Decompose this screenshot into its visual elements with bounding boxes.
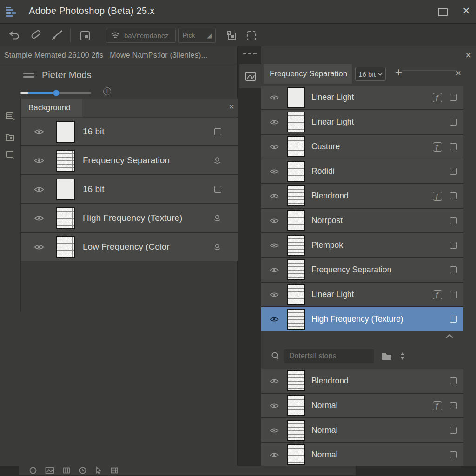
maximize-icon[interactable]: [438, 8, 448, 16]
layer-name[interactable]: High Frequency (Texture): [83, 213, 204, 223]
layer-thumbnail[interactable]: [287, 420, 305, 441]
layer-name[interactable]: High Frequency (Texture): [311, 314, 433, 324]
layer-row[interactable]: 16 bit ƒ: [21, 175, 238, 203]
link-checkbox[interactable]: [450, 427, 457, 434]
empty-square-icon[interactable]: [5, 150, 16, 160]
link-checkbox[interactable]: [450, 192, 457, 199]
layer-name[interactable]: 16 bit: [83, 184, 205, 194]
layer-thumbnail[interactable]: [56, 236, 75, 258]
add-icon[interactable]: +: [395, 65, 402, 79]
close-icon[interactable]: ×: [465, 49, 471, 61]
visibility-eye-icon[interactable]: [270, 243, 279, 248]
pick-dropdown[interactable]: Pick ◢: [178, 28, 216, 43]
layer-doc-icon[interactable]: [5, 112, 16, 122]
visibility-eye-icon[interactable]: [270, 218, 279, 224]
link-checkbox[interactable]: [450, 217, 457, 224]
layer-name[interactable]: Norrpost: [311, 216, 433, 225]
layer-row[interactable]: Linear Light ƒ: [261, 86, 463, 109]
link-checkbox[interactable]: [214, 186, 221, 193]
search-icon[interactable]: [271, 351, 280, 361]
drag-handle-icon[interactable]: [243, 53, 257, 54]
layer-name[interactable]: 16 bit: [83, 126, 205, 137]
info-icon[interactable]: i: [103, 87, 111, 95]
layers-badge-icon[interactable]: [225, 30, 238, 42]
visibility-eye-icon[interactable]: [270, 95, 279, 100]
link-checkbox[interactable]: [450, 451, 457, 458]
marquee-selection-icon[interactable]: [245, 30, 258, 42]
layer-name[interactable]: Custure: [311, 142, 433, 152]
histogram-panel-icon[interactable]: [239, 64, 261, 88]
board-icon[interactable]: [110, 467, 119, 474]
close-icon[interactable]: ×: [463, 4, 470, 18]
visibility-eye-icon[interactable]: [34, 158, 44, 164]
tab-frequency-separation[interactable]: Frequency Separation: [264, 64, 352, 84]
layer-thumbnail[interactable]: [56, 207, 75, 229]
layer-thumbnail[interactable]: [56, 150, 75, 172]
layer-row[interactable]: Linear Light ƒ: [261, 110, 463, 134]
link-checkbox[interactable]: [450, 119, 457, 126]
link-checkbox[interactable]: [450, 242, 457, 249]
eraser-icon[interactable]: [29, 30, 42, 42]
layer-name[interactable]: Blendrond: [311, 191, 433, 201]
layer-thumbnail[interactable]: [287, 112, 305, 132]
layer-row[interactable]: Normal ƒ: [261, 443, 463, 466]
visibility-eye-icon[interactable]: [270, 193, 279, 199]
layer-name[interactable]: Frequency Separation: [311, 265, 433, 275]
layer-name[interactable]: Linear Light: [311, 117, 433, 127]
layer-row[interactable]: 16 bit ƒ: [21, 118, 238, 145]
image-icon[interactable]: [45, 467, 54, 474]
cursor-icon[interactable]: [95, 466, 102, 475]
tab-background[interactable]: Background: [21, 99, 82, 117]
undo-icon[interactable]: [8, 30, 20, 41]
visibility-eye-icon[interactable]: [270, 144, 279, 150]
layer-row[interactable]: Rodidi ƒ: [261, 159, 463, 183]
layer-name[interactable]: Normal: [311, 425, 433, 435]
layer-thumbnail[interactable]: [56, 178, 75, 200]
bit-depth-dropdown[interactable]: 16 bit: [355, 67, 386, 81]
fx-icon[interactable]: ƒ: [433, 93, 442, 102]
brush-icon[interactable]: [50, 30, 63, 42]
visibility-eye-icon[interactable]: [270, 119, 279, 125]
chevron-up-icon[interactable]: [445, 334, 454, 339]
layer-thumbnail[interactable]: [287, 309, 305, 330]
visibility-eye-icon[interactable]: [34, 186, 44, 192]
layer-row[interactable]: Frequency Separation ƒ: [261, 258, 463, 282]
layer-name[interactable]: Normal: [311, 401, 433, 410]
close-icon[interactable]: ×: [229, 101, 234, 112]
layer-thumbnail[interactable]: [287, 210, 305, 231]
visibility-eye-icon[interactable]: [34, 129, 44, 135]
fx-icon[interactable]: ƒ: [433, 401, 442, 410]
link-checkbox[interactable]: [450, 94, 457, 101]
link-checkbox[interactable]: [450, 291, 457, 298]
layer-row[interactable]: High Frequency (Texture) ƒ: [21, 204, 238, 232]
link-checkbox[interactable]: [450, 266, 457, 273]
layer-name[interactable]: Linear Light: [311, 290, 433, 299]
ellipse-tool-icon[interactable]: [29, 466, 37, 475]
visibility-eye-icon[interactable]: [34, 215, 44, 221]
clipboard-icon[interactable]: [79, 30, 91, 42]
sort-arrows-icon[interactable]: [400, 352, 405, 360]
hamburger-menu-icon[interactable]: [23, 73, 34, 78]
layer-row[interactable]: Normal ƒ: [261, 418, 463, 442]
layer-thumbnail[interactable]: [287, 161, 305, 182]
layer-name[interactable]: Normal: [311, 450, 433, 460]
layer-row[interactable]: Plempok ƒ: [261, 233, 463, 257]
visibility-eye-icon[interactable]: [270, 267, 279, 273]
layer-thumbnail[interactable]: [287, 370, 305, 391]
close-icon[interactable]: ×: [456, 68, 461, 79]
visibility-eye-icon[interactable]: [270, 317, 279, 322]
visibility-eye-icon[interactable]: [270, 452, 279, 458]
layer-row[interactable]: Blendrond ƒ: [261, 184, 463, 208]
layer-row[interactable]: High Frequency (Texture) ƒ: [261, 307, 463, 331]
visibility-eye-icon[interactable]: [270, 292, 279, 298]
visibility-eye-icon[interactable]: [270, 403, 279, 409]
toolbar-field[interactable]: baVifemdanez: [106, 28, 176, 43]
layer-thumbnail[interactable]: [287, 185, 305, 206]
link-checkbox[interactable]: [450, 143, 457, 150]
layer-name[interactable]: Plempok: [311, 240, 433, 250]
layer-name[interactable]: Frequency Separation: [83, 155, 204, 165]
link-checkbox[interactable]: [450, 402, 457, 409]
flow-slider[interactable]: [20, 90, 91, 96]
history-icon[interactable]: [79, 466, 87, 475]
layer-thumbnail[interactable]: [287, 395, 305, 416]
